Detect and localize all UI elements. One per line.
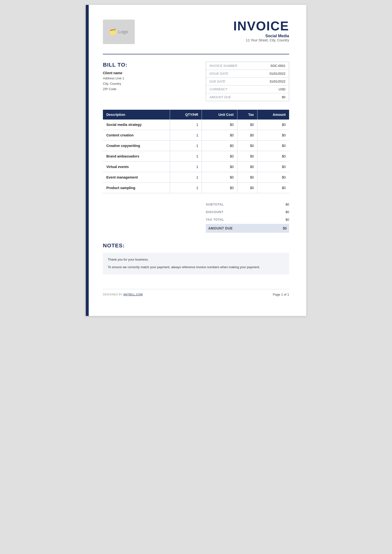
note-1: Thank you for your business. (108, 257, 284, 262)
address-line1: Address Line 1 (103, 76, 124, 80)
item-description: Event management (103, 172, 170, 183)
item-unit-cost: $0 (202, 183, 237, 193)
logo-text: Logo (118, 29, 128, 35)
table-row: Brand ambassadors 1 $0 $0 $0 (103, 151, 289, 162)
bill-to: BILL TO: Client name Address Line 1 City… (103, 62, 206, 101)
item-description: Virtual events (103, 162, 170, 172)
note-2: To ensure we correctly match your paymen… (108, 265, 284, 270)
item-description: Social media strategy (103, 120, 170, 130)
invoice-detail-row: CURRENCY USD (206, 85, 289, 93)
item-qty: 1 (170, 141, 202, 151)
item-amount: $0 (257, 172, 289, 183)
designed-by-link[interactable]: ANTBILL.COM (123, 293, 143, 296)
item-description: Product sampling (103, 183, 170, 193)
footer: DESIGNED BY ANTBILL.COM Page 1 of 1 (103, 289, 289, 296)
table-row: Social media strategy 1 $0 $0 $0 (103, 120, 289, 130)
item-qty: 1 (170, 172, 202, 183)
invoice-detail-row: DUE DATE 31/01/2022 (206, 78, 289, 85)
item-unit-cost: $0 (202, 151, 237, 162)
item-tax: $0 (237, 141, 257, 151)
detail-label: ISSUE DATE (206, 70, 256, 78)
amount-due-row: AMOUNT DUE $0 (206, 224, 289, 233)
logo-icon: 🗂️ (110, 29, 116, 35)
item-tax: $0 (237, 162, 257, 172)
detail-label: DUE DATE (206, 78, 256, 85)
col-tax: Tax (237, 110, 257, 120)
discount-row: DISCOUNT $0 (206, 208, 289, 216)
item-unit-cost: $0 (202, 162, 237, 172)
header-right: INVOICE Social Media 11 Your Street, Cit… (233, 20, 289, 42)
item-qty: 1 (170, 151, 202, 162)
detail-label: INVOICE NUMBER (206, 62, 256, 70)
footer-page: Page 1 of 1 (273, 293, 289, 296)
detail-label: CURRENCY (206, 85, 256, 93)
discount-label: DISCOUNT (206, 210, 223, 214)
invoice-detail-row: AMOUNT DUE $0 (206, 93, 289, 101)
company-address: 11 Your Street, City, Country (233, 38, 289, 42)
item-qty: 1 (170, 183, 202, 193)
table-row: Content creation 1 $0 $0 $0 (103, 130, 289, 141)
subtotal-value: $0 (286, 203, 289, 206)
item-amount: $0 (257, 151, 289, 162)
item-qty: 1 (170, 130, 202, 141)
item-unit-cost: $0 (202, 130, 237, 141)
item-qty: 1 (170, 120, 202, 130)
detail-value: 01/01/2022 (256, 70, 289, 78)
item-tax: $0 (237, 120, 257, 130)
col-amount: Amount (257, 110, 289, 120)
item-tax: $0 (237, 151, 257, 162)
client-name: Client name (103, 71, 206, 75)
company-name: Social Media (233, 34, 289, 38)
item-unit-cost: $0 (202, 120, 237, 130)
invoice-header: 🗂️ Logo INVOICE Social Media 11 Your Str… (103, 20, 289, 44)
detail-label: AMOUNT DUE (206, 93, 256, 101)
logo-box: 🗂️ Logo (103, 20, 135, 44)
subtotal-label: SUBTOTAL (206, 203, 224, 206)
invoice-page: 🗂️ Logo INVOICE Social Media 11 Your Str… (86, 5, 306, 316)
address-line2: City, Country (103, 82, 121, 85)
detail-value: USD (256, 85, 289, 93)
item-unit-cost: $0 (202, 141, 237, 151)
invoice-title: INVOICE (233, 20, 289, 32)
col-description: Description (103, 110, 170, 120)
item-amount: $0 (257, 130, 289, 141)
invoice-details: INVOICE NUMBER SOC-0001 ISSUE DATE 01/01… (206, 62, 289, 101)
discount-value: $0 (286, 210, 289, 214)
item-description: Creative copywriting (103, 141, 170, 151)
client-address: Address Line 1 City, Country ZIP Code (103, 76, 206, 92)
item-unit-cost: $0 (202, 172, 237, 183)
detail-value: 31/01/2022 (256, 78, 289, 85)
item-tax: $0 (237, 172, 257, 183)
header-divider (103, 54, 289, 54)
item-description: Brand ambassadors (103, 151, 170, 162)
tax-total-label: TAX TOTAL (206, 218, 224, 221)
table-row: Event management 1 $0 $0 $0 (103, 172, 289, 183)
billing-section: BILL TO: Client name Address Line 1 City… (103, 62, 289, 101)
table-row: Product sampling 1 $0 $0 $0 (103, 183, 289, 193)
item-tax: $0 (237, 183, 257, 193)
totals-section: SUBTOTAL $0 DISCOUNT $0 TAX TOTAL $0 AMO… (103, 201, 289, 233)
totals-table: SUBTOTAL $0 DISCOUNT $0 TAX TOTAL $0 AMO… (206, 201, 289, 233)
amount-due-label: AMOUNT DUE (208, 226, 233, 230)
detail-value: $0 (256, 93, 289, 101)
bill-to-label: BILL TO: (103, 62, 206, 68)
amount-due-value: $0 (283, 226, 287, 230)
notes-box: Thank you for your business. To ensure w… (103, 253, 289, 274)
items-table: Description QTY/HR Unit Cost Tax Amount … (103, 110, 289, 193)
notes-label: NOTES: (103, 242, 289, 249)
table-row: Virtual events 1 $0 $0 $0 (103, 162, 289, 172)
col-qty: QTY/HR (170, 110, 202, 120)
notes-section: NOTES: Thank you for your business. To e… (103, 242, 289, 274)
item-tax: $0 (237, 130, 257, 141)
invoice-detail-row: INVOICE NUMBER SOC-0001 (206, 62, 289, 70)
item-amount: $0 (257, 162, 289, 172)
table-row: Creative copywriting 1 $0 $0 $0 (103, 141, 289, 151)
footer-designed: DESIGNED BY ANTBILL.COM (103, 293, 143, 296)
invoice-detail-row: ISSUE DATE 01/01/2022 (206, 70, 289, 78)
detail-value: SOC-0001 (256, 62, 289, 70)
tax-total-row: TAX TOTAL $0 (206, 216, 289, 223)
item-amount: $0 (257, 120, 289, 130)
item-qty: 1 (170, 162, 202, 172)
tax-total-value: $0 (286, 218, 289, 221)
item-amount: $0 (257, 183, 289, 193)
